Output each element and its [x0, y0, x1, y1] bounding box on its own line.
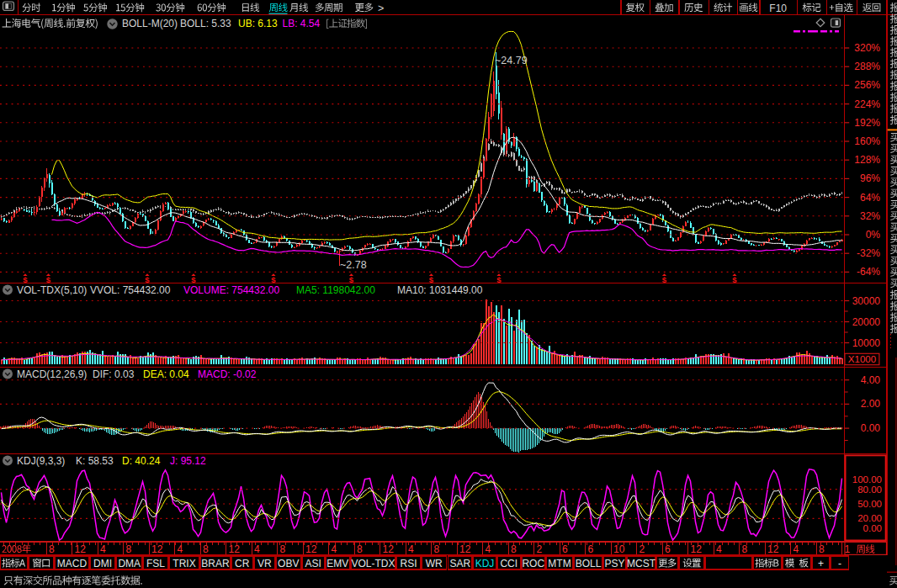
svg-text:UB: 6.13: UB: 6.13: [238, 18, 278, 29]
svg-text:-32%: -32%: [857, 247, 880, 259]
svg-text:VOL-TDX: VOL-TDX: [351, 558, 395, 569]
svg-text:BOLL: BOLL: [576, 558, 602, 569]
svg-text:12: 12: [229, 543, 241, 555]
svg-text:>: >: [378, 3, 384, 14]
svg-text:32%: 32%: [860, 210, 880, 222]
svg-text:FSL: FSL: [146, 558, 165, 569]
svg-text:4: 4: [716, 543, 722, 555]
svg-text:80.00: 80.00: [857, 485, 882, 495]
svg-text:D: 40.24: D: 40.24: [122, 455, 161, 467]
svg-text:WR: WR: [426, 558, 443, 569]
svg-text:$: $: [191, 275, 196, 284]
svg-text:0.00: 0.00: [863, 523, 882, 533]
svg-text:X1000: X1000: [848, 354, 876, 364]
svg-text:2: 2: [640, 543, 645, 555]
svg-text:20000: 20000: [852, 316, 881, 328]
svg-text:224%: 224%: [854, 98, 880, 110]
svg-text:128%: 128%: [854, 154, 880, 166]
svg-text:-: -: [838, 558, 841, 569]
svg-text:MACD: -0.02: MACD: -0.02: [198, 368, 257, 380]
svg-text:VOL-TDX(5,10): VOL-TDX(5,10): [17, 284, 87, 296]
svg-text:4: 4: [486, 543, 491, 555]
svg-text:20.00: 20.00: [857, 513, 882, 523]
svg-text:F10: F10: [769, 3, 787, 14]
svg-text:100.00: 100.00: [852, 474, 882, 485]
svg-text:$: $: [496, 275, 502, 284]
svg-text:BOLL: 5.33: BOLL: 5.33: [180, 18, 231, 29]
svg-text:2: 2: [537, 543, 543, 555]
svg-text:50.00: 50.00: [857, 499, 882, 509]
svg-text:12: 12: [151, 543, 163, 555]
svg-text:LB: 4.54: LB: 4.54: [283, 18, 321, 29]
svg-text:K: 58.53: K: 58.53: [76, 455, 114, 467]
svg-text:CR: CR: [235, 558, 250, 569]
svg-text:$: $: [349, 275, 354, 284]
svg-text:$: $: [662, 275, 667, 284]
svg-text:VR: VR: [257, 558, 272, 569]
svg-text:8: 8: [49, 543, 55, 555]
svg-text:6: 6: [588, 543, 594, 555]
svg-text:EMV: EMV: [326, 558, 348, 569]
svg-text:VOLUME: 754432.00: VOLUME: 754432.00: [183, 284, 279, 296]
svg-text:96%: 96%: [860, 172, 880, 184]
svg-text:ASI: ASI: [305, 558, 321, 569]
svg-text:MACD: MACD: [57, 558, 88, 569]
svg-text:$: $: [145, 275, 150, 284]
svg-text:4: 4: [254, 543, 260, 555]
svg-text:DMA: DMA: [118, 558, 141, 569]
svg-text:+: +: [818, 558, 824, 569]
svg-text:DEA: 0.04: DEA: 0.04: [143, 368, 189, 380]
svg-text:TRIX: TRIX: [172, 558, 195, 569]
svg-text:12: 12: [383, 543, 395, 555]
svg-text:2.00: 2.00: [861, 398, 881, 410]
svg-text:8: 8: [280, 543, 286, 555]
svg-text:8: 8: [203, 543, 209, 555]
svg-text:DMI: DMI: [93, 558, 112, 569]
svg-text:BRAR: BRAR: [201, 558, 230, 569]
svg-text:4: 4: [178, 543, 183, 555]
svg-text:10000: 10000: [852, 337, 881, 349]
svg-text:12: 12: [767, 543, 779, 555]
svg-text:-64%: -64%: [857, 266, 880, 278]
svg-text:~2.78: ~2.78: [340, 259, 367, 271]
svg-text:DIF: 0.03: DIF: 0.03: [93, 368, 135, 380]
svg-text:J: 95.12: J: 95.12: [170, 455, 206, 467]
svg-text:~24.79: ~24.79: [495, 55, 528, 66]
svg-text:30000: 30000: [852, 295, 881, 307]
svg-text:4: 4: [408, 543, 414, 555]
svg-text:RSI: RSI: [400, 558, 417, 569]
svg-text:MA10: 1031449.00: MA10: 1031449.00: [397, 284, 483, 296]
svg-text:8: 8: [357, 543, 363, 555]
svg-text:4.00: 4.00: [861, 374, 881, 386]
svg-text:10: 10: [613, 543, 625, 555]
svg-text:SAR: SAR: [449, 558, 470, 569]
svg-text:VVOL: 754432.00: VVOL: 754432.00: [90, 284, 171, 296]
svg-text:$: $: [46, 275, 51, 284]
svg-text:MCST: MCST: [627, 558, 656, 569]
svg-text:PSY: PSY: [604, 558, 624, 569]
svg-text:4: 4: [794, 543, 799, 555]
svg-text:MTM: MTM: [548, 558, 571, 569]
svg-text:12: 12: [305, 543, 317, 555]
svg-text:288%: 288%: [854, 61, 880, 72]
svg-text:0%: 0%: [866, 229, 881, 241]
svg-text:KDJ: KDJ: [475, 558, 495, 569]
svg-text:64%: 64%: [860, 192, 880, 204]
svg-text:4: 4: [332, 543, 337, 555]
svg-text:6: 6: [562, 543, 568, 555]
svg-text:$: $: [23, 275, 28, 284]
svg-text:8: 8: [434, 543, 440, 555]
svg-text:ROC: ROC: [522, 558, 544, 569]
svg-text:CCI: CCI: [500, 558, 518, 569]
svg-text:$: $: [271, 275, 276, 284]
svg-text:$: $: [429, 275, 434, 284]
svg-text:6: 6: [665, 543, 671, 555]
svg-text:256%: 256%: [854, 79, 880, 91]
svg-text:8: 8: [819, 543, 825, 555]
svg-text:KDJ(9,3,3): KDJ(9,3,3): [17, 455, 65, 467]
svg-text:192%: 192%: [854, 117, 880, 129]
svg-text:8: 8: [511, 543, 517, 555]
svg-text:MACD(12,26,9): MACD(12,26,9): [17, 368, 87, 380]
svg-text:4: 4: [100, 543, 106, 555]
svg-text:8: 8: [126, 543, 132, 555]
